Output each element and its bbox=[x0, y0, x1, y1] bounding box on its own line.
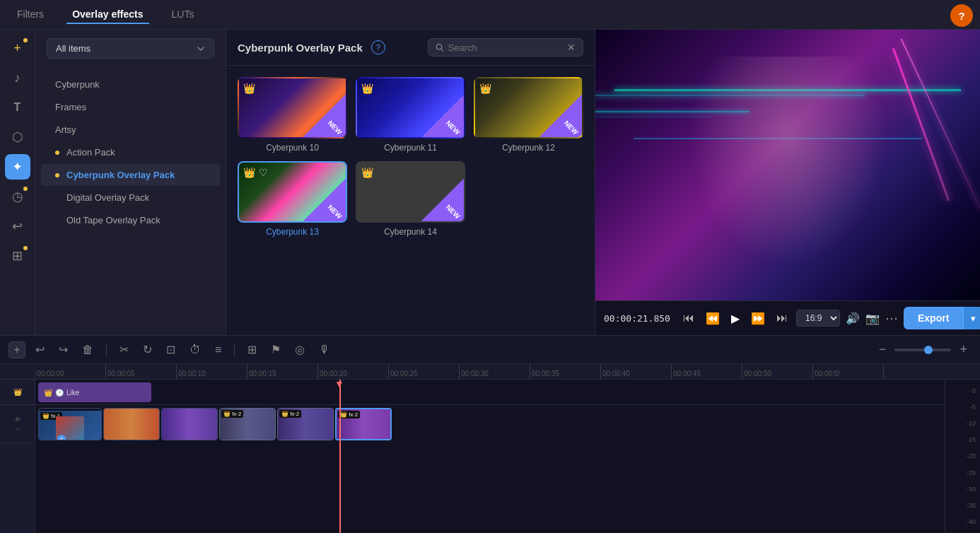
premium-crown-c11: 👑 bbox=[361, 83, 373, 94]
zoom-slider[interactable] bbox=[894, 348, 951, 351]
crop-button[interactable]: ⊡ bbox=[162, 340, 180, 359]
undo-button[interactable]: ↩ bbox=[31, 340, 49, 359]
track-eye-icon[interactable]: 👁 bbox=[14, 416, 21, 423]
clip-4[interactable]: 👑 fx·2 bbox=[219, 408, 276, 440]
help-icon[interactable]: ? bbox=[371, 40, 385, 54]
clip-6[interactable]: 👑 fx·2 bbox=[335, 408, 392, 440]
nav-tab-overlay-effects[interactable]: Overlay effects bbox=[66, 6, 148, 24]
export-chevron-button[interactable]: ▾ bbox=[963, 307, 980, 329]
zoom-in-button[interactable]: + bbox=[955, 341, 972, 358]
meter-15: -15 bbox=[967, 436, 976, 443]
track-lock-icon[interactable]: ↔ bbox=[14, 425, 21, 433]
tl-sep2 bbox=[234, 343, 235, 357]
flag-button[interactable]: ⚑ bbox=[267, 340, 285, 359]
media-insert-button[interactable]: ⊞ bbox=[243, 340, 261, 359]
playhead[interactable]: ▼ bbox=[339, 380, 341, 533]
grid-label-c11: Cyberpunk 11 bbox=[384, 143, 437, 153]
search-input[interactable] bbox=[448, 42, 563, 53]
clip-2[interactable] bbox=[103, 408, 160, 440]
panel-item-cyberpunk-overlay[interactable]: Cyberpunk Overlay Pack bbox=[41, 164, 220, 186]
panel-item-label: Action Pack bbox=[66, 147, 115, 158]
target-button[interactable]: ◎ bbox=[291, 340, 309, 359]
grid-item-c12[interactable]: 👑 NEW Cyberpunk 12 bbox=[474, 77, 583, 153]
preview-controls: 00:00:21.850 ⏮ ⏪ ▶ ⏩ ⏭ 16:9 9:16 1:1 4:3… bbox=[595, 300, 980, 335]
clip-3[interactable] bbox=[161, 408, 218, 440]
left-sidebar: + ♪ T ⬡ ✦ ◷ ↩ ⊞ bbox=[0, 30, 35, 335]
content-title: Cyberpunk Overlay Pack bbox=[238, 42, 363, 54]
cyberpunk-overlay-dot bbox=[55, 173, 59, 177]
prev-frame-button[interactable]: ⏪ bbox=[703, 309, 723, 328]
panel-item-label: Old Tape Overlay Pack bbox=[66, 215, 161, 226]
redo-button[interactable]: ↪ bbox=[54, 340, 72, 359]
meter-20: -20 bbox=[967, 452, 976, 459]
panel-item-artsy[interactable]: Artsy bbox=[41, 119, 220, 141]
sidebar-icon-text[interactable]: T bbox=[5, 95, 30, 120]
grid-label-c14: Cyberpunk 14 bbox=[384, 227, 437, 237]
panel-item-frames[interactable]: Frames bbox=[41, 96, 220, 118]
aspect-ratio-select[interactable]: 16:9 9:16 1:1 4:3 bbox=[796, 310, 840, 327]
sidebar-icon-apps[interactable]: ⊞ bbox=[5, 243, 30, 269]
ruler-mark: 00:00:05 bbox=[106, 364, 177, 379]
nav-tab-luts[interactable]: LUTs bbox=[166, 6, 200, 24]
ruler-mark: 00:00:25 bbox=[389, 364, 460, 379]
panel-list: Cyberpunk Frames Artsy Action Pack Cyber… bbox=[35, 67, 226, 335]
help-button[interactable]: ? bbox=[950, 4, 973, 27]
clock-button[interactable]: ⏱ bbox=[185, 341, 205, 359]
next-frame-button[interactable]: ⏩ bbox=[748, 309, 768, 328]
meter-35: -35 bbox=[967, 502, 976, 509]
export-button[interactable]: Export bbox=[904, 307, 963, 329]
grid-item-c11[interactable]: 👑 NEW Cyberpunk 11 bbox=[356, 77, 465, 153]
ruler-mark: 00:00:15 bbox=[247, 364, 318, 379]
meter-25: -25 bbox=[967, 469, 976, 476]
sidebar-icon-transform[interactable]: ↩ bbox=[5, 213, 30, 239]
panel-item-old-tape[interactable]: Old Tape Overlay Pack bbox=[41, 209, 220, 231]
grid-item-c13[interactable]: 👑 ♡ NEW Cyberpunk 13 bbox=[238, 161, 347, 237]
search-icon bbox=[436, 42, 443, 52]
content-grid: 👑 NEW Cyberpunk 10 👑 NEW Cyberpunk 11 👑 bbox=[226, 66, 595, 248]
add-track-button[interactable]: + bbox=[8, 341, 25, 358]
clip-1[interactable]: 👑 fx·1 ✦ bbox=[38, 408, 102, 440]
sliders-button[interactable]: ≡ bbox=[211, 341, 226, 359]
delete-button[interactable]: 🗑 bbox=[78, 341, 98, 359]
cut-button[interactable]: ✂ bbox=[115, 340, 133, 359]
play-button[interactable]: ▶ bbox=[728, 309, 742, 328]
sidebar-icon-add[interactable]: + bbox=[5, 35, 30, 61]
volume-icon[interactable]: 🔊 bbox=[846, 312, 860, 325]
screenshot-icon[interactable]: 📷 bbox=[865, 312, 880, 325]
timeline-toolbar: + ↩ ↪ 🗑 ✂ ↻ ⊡ ⏱ ≡ ⊞ ⚑ ◎ 🎙 − + bbox=[0, 336, 980, 364]
premium-crown-c13: 👑 bbox=[243, 167, 255, 178]
overlay-clip[interactable]: 👑 🕐 Like bbox=[38, 382, 151, 402]
tracks-content: ▼ 👑 🕐 Like bbox=[35, 380, 945, 533]
ruler-mark: 00:00:45 bbox=[672, 364, 742, 379]
sidebar-icon-history[interactable]: ◷ bbox=[5, 184, 30, 209]
grid-item-c10[interactable]: 👑 NEW Cyberpunk 10 bbox=[238, 77, 347, 153]
content-header: Cyberpunk Overlay Pack ? ✕ bbox=[226, 30, 595, 66]
skip-end-button[interactable]: ⏭ bbox=[774, 309, 791, 327]
panel-item-label: Digital Overlay Pack bbox=[66, 192, 149, 203]
sidebar-icon-overlay[interactable]: ✦ bbox=[5, 154, 30, 180]
ruler-mark: 00:00:40 bbox=[601, 364, 672, 379]
timeline-ruler: 00:00:00 00:00:05 00:00:10 00:00:15 00:0… bbox=[35, 364, 980, 380]
ruler-mark: 00:00:10 bbox=[177, 364, 247, 379]
zoom-out-button[interactable]: − bbox=[875, 341, 891, 358]
search-bar: ✕ bbox=[428, 38, 583, 57]
all-items-dropdown[interactable]: All items bbox=[47, 38, 214, 59]
grid-item-c14[interactable]: 👑 NEW Cyberpunk 14 bbox=[356, 161, 465, 237]
mic-button[interactable]: 🎙 bbox=[315, 341, 334, 359]
panel-item-cyberpunk[interactable]: Cyberpunk bbox=[41, 74, 220, 95]
panel-item-label: Cyberpunk Overlay Pack bbox=[66, 170, 175, 180]
sidebar-icon-effects[interactable]: ⬡ bbox=[5, 124, 30, 150]
more-options-icon[interactable]: ⋯ bbox=[885, 310, 898, 326]
track-labels: 👑 👁 ↔ bbox=[0, 380, 35, 533]
panel-item-digital-overlay[interactable]: Digital Overlay Pack bbox=[41, 187, 220, 209]
search-clear-icon[interactable]: ✕ bbox=[567, 42, 576, 53]
panel-item-action-pack[interactable]: Action Pack bbox=[41, 141, 220, 163]
sidebar-icon-music[interactable]: ♪ bbox=[5, 65, 30, 90]
ruler-mark: 00:00:00 bbox=[35, 364, 106, 379]
restore-button[interactable]: ↻ bbox=[139, 340, 156, 359]
skip-start-button[interactable]: ⏮ bbox=[680, 309, 697, 327]
meter-40: -40 bbox=[967, 518, 976, 525]
nav-tab-filters[interactable]: Filters bbox=[11, 6, 49, 24]
panel-item-label: Artsy bbox=[55, 124, 76, 135]
clip-5[interactable]: 👑 fx·2 bbox=[277, 408, 334, 440]
